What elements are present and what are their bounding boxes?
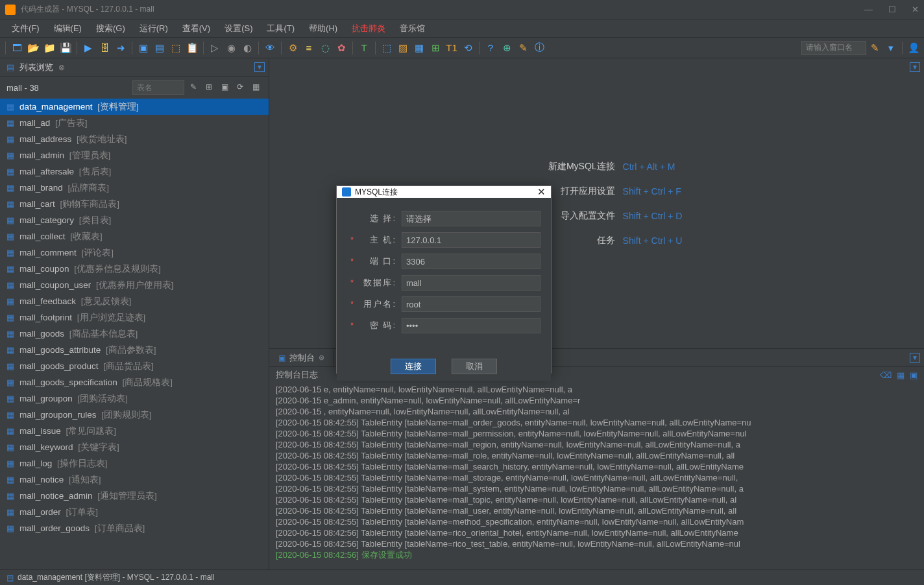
settings-icon[interactable]: ✿ bbox=[334, 40, 349, 56]
database-input[interactable] bbox=[402, 275, 541, 291]
dialog-titlebar[interactable]: MYSQL连接 ✕ bbox=[337, 186, 551, 198]
table-row[interactable]: ▦mall_issue [常见问题表] bbox=[0, 423, 269, 439]
table-row[interactable]: ▦mall_coupon [优惠券信息及规则表] bbox=[0, 261, 269, 277]
diff-icon[interactable]: ▨ bbox=[395, 40, 411, 56]
chevron-down-icon[interactable]: ▾ bbox=[883, 40, 899, 56]
stop-icon[interactable]: ◉ bbox=[223, 40, 239, 56]
brush-icon[interactable]: ⌫ bbox=[880, 370, 892, 380]
cancel-button[interactable]: 取消 bbox=[452, 359, 497, 374]
sidebar-tab-title[interactable]: 列表浏览 bbox=[19, 62, 53, 73]
collapse-icon[interactable]: ▦ bbox=[249, 80, 262, 93]
username-input[interactable] bbox=[402, 296, 541, 312]
table-row[interactable]: ▦mall_groupon [团购活动表] bbox=[0, 390, 269, 407]
add-icon[interactable]: ⊞ bbox=[202, 80, 215, 93]
close-button[interactable]: ✕ bbox=[912, 5, 919, 14]
database-icon[interactable]: 🗄 bbox=[97, 40, 112, 56]
bookmark-icon[interactable]: ▶ bbox=[80, 40, 96, 56]
table-row[interactable]: ▦mall_order_goods [订单商品表] bbox=[0, 520, 269, 536]
arrow-icon[interactable]: ➜ bbox=[113, 40, 128, 56]
layout1-icon[interactable]: ▣ bbox=[136, 40, 151, 56]
run-icon[interactable]: ▷ bbox=[207, 40, 223, 56]
menu-item[interactable]: 搜索(G) bbox=[90, 21, 132, 36]
window-search-input[interactable]: 请输入窗口名 bbox=[801, 41, 866, 55]
new-connection-icon[interactable]: 🗔 bbox=[9, 40, 25, 56]
close-tab-icon[interactable]: ⊗ bbox=[58, 63, 65, 72]
table-row[interactable]: ▦mall_collect [收藏表] bbox=[0, 228, 269, 245]
menu-item[interactable]: 工具(T) bbox=[260, 21, 301, 36]
menu-item[interactable]: 编辑(E) bbox=[47, 21, 88, 36]
host-input[interactable] bbox=[402, 232, 541, 248]
menu-item[interactable]: 帮助(H) bbox=[302, 21, 344, 36]
pencil-icon[interactable]: ✎ bbox=[187, 80, 200, 93]
copy-icon[interactable]: ▣ bbox=[218, 80, 231, 93]
tag-icon[interactable]: T1 bbox=[444, 40, 459, 56]
hierarchy-icon[interactable]: 📋 bbox=[184, 40, 200, 56]
menu-item[interactable]: 抗击肺炎 bbox=[345, 21, 392, 36]
table-row[interactable]: ▦data_management [资料管理] bbox=[0, 99, 269, 115]
table-row[interactable]: ▦mall_log [操作日志表] bbox=[0, 455, 269, 472]
select-input[interactable]: 请选择 bbox=[402, 211, 541, 226]
tree-icon[interactable]: ⊞ bbox=[428, 40, 443, 56]
edit-icon[interactable]: ✎ bbox=[515, 40, 531, 56]
table-row[interactable]: ▦mall_notice_admin [通知管理员表] bbox=[0, 488, 269, 504]
info-icon[interactable]: ⓘ bbox=[531, 40, 547, 56]
dropdown-icon[interactable]: ▼ bbox=[254, 62, 265, 72]
menu-item[interactable]: 音乐馆 bbox=[393, 21, 432, 36]
port-input[interactable] bbox=[402, 254, 541, 269]
menu-item[interactable]: 设置(S) bbox=[218, 21, 259, 36]
eye-icon[interactable]: 👁 bbox=[262, 40, 278, 56]
dropdown-icon[interactable]: ▼ bbox=[910, 353, 920, 363]
table-row[interactable]: ▦mall_goods [商品基本信息表] bbox=[0, 326, 269, 342]
connect-button[interactable]: 连接 bbox=[391, 359, 436, 374]
table-row[interactable]: ▦mall_cart [购物车商品表] bbox=[0, 196, 269, 212]
dialog-close-icon[interactable]: ✕ bbox=[537, 186, 546, 198]
dropdown-icon[interactable]: ▼ bbox=[910, 62, 920, 72]
grid-icon[interactable]: ▦ bbox=[411, 40, 427, 56]
menu-item[interactable]: 运行(R) bbox=[133, 21, 175, 36]
export-icon[interactable]: ▦ bbox=[897, 370, 905, 380]
layout2-icon[interactable]: ▤ bbox=[152, 40, 167, 56]
table-row[interactable]: ▦mall_address [收货地址表] bbox=[0, 131, 269, 147]
circle-icon[interactable]: ◌ bbox=[317, 40, 333, 56]
table-row[interactable]: ▦mall_brand [品牌商表] bbox=[0, 180, 269, 196]
table-row[interactable]: ▦mall_goods_attribute [商品参数表] bbox=[0, 342, 269, 358]
gear-icon[interactable]: ⚙ bbox=[285, 40, 300, 56]
table-row[interactable]: ▦mall_keyword [关键字表] bbox=[0, 439, 269, 455]
compass-icon[interactable]: ◐ bbox=[239, 40, 255, 56]
open-folder-icon[interactable]: 📂 bbox=[25, 40, 41, 56]
table-row[interactable]: ▦mall_ad [广告表] bbox=[0, 115, 269, 131]
refresh-icon[interactable]: ⟳ bbox=[234, 80, 247, 93]
minimize-button[interactable]: — bbox=[864, 5, 873, 14]
table-row[interactable]: ▦mall_order [订单表] bbox=[0, 504, 269, 520]
link-icon[interactable]: ⟲ bbox=[460, 40, 476, 56]
table-row[interactable]: ▦mall_category [类目表] bbox=[0, 212, 269, 228]
menu-item[interactable]: 文件(F) bbox=[5, 21, 46, 36]
table-row[interactable]: ▦mall_goods_specification [商品规格表] bbox=[0, 374, 269, 390]
folder-icon[interactable]: 📁 bbox=[42, 40, 57, 56]
table-row[interactable]: ▦mall_feedback [意见反馈表] bbox=[0, 293, 269, 309]
table-row[interactable]: ▦mall_comment [评论表] bbox=[0, 245, 269, 261]
pencil-icon[interactable]: ✎ bbox=[867, 40, 882, 56]
select-icon[interactable]: ⬚ bbox=[379, 40, 395, 56]
table-row[interactable]: ▦mall_footprint [用户浏览足迹表] bbox=[0, 309, 269, 326]
table-row[interactable]: ▦mall_aftersale [售后表] bbox=[0, 163, 269, 180]
text-icon[interactable]: T bbox=[356, 40, 372, 56]
db-stack-icon[interactable]: ≡ bbox=[301, 40, 317, 56]
table-row[interactable]: ▦mall_coupon_user [优惠券用户使用表] bbox=[0, 277, 269, 293]
user-icon[interactable]: 👤 bbox=[906, 40, 921, 56]
table-row[interactable]: ▦mall_admin [管理员表] bbox=[0, 147, 269, 163]
structure-icon[interactable]: ⬚ bbox=[168, 40, 184, 56]
menu-item[interactable]: 查看(V) bbox=[176, 21, 217, 36]
save-icon[interactable]: 💾 bbox=[58, 40, 73, 56]
help-icon[interactable]: ? bbox=[483, 40, 498, 56]
maximize-icon[interactable]: ▣ bbox=[910, 370, 918, 380]
console-tab[interactable]: ▣控制台⊗ bbox=[269, 349, 334, 366]
close-icon[interactable]: ⊗ bbox=[319, 353, 324, 362]
upload-icon[interactable]: ⊕ bbox=[499, 40, 515, 56]
password-input[interactable] bbox=[402, 318, 541, 333]
table-row[interactable]: ▦mall_groupon_rules [团购规则表] bbox=[0, 407, 269, 423]
table-row[interactable]: ▦mall_notice [通知表] bbox=[0, 472, 269, 488]
table-filter-input[interactable] bbox=[132, 80, 184, 95]
maximize-button[interactable]: ☐ bbox=[888, 5, 896, 14]
table-row[interactable]: ▦mall_goods_product [商品货品表] bbox=[0, 358, 269, 374]
